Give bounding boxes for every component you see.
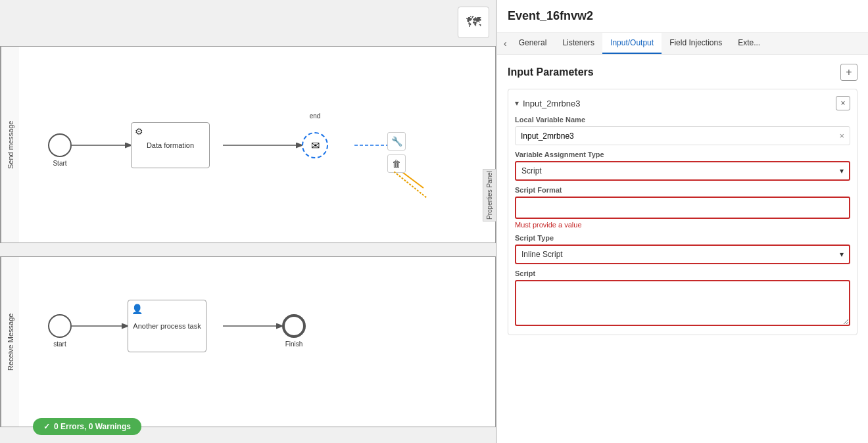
tab-listeners[interactable]: Listeners — [554, 33, 602, 54]
panel-header: Event_16fnvw2 — [497, 0, 868, 33]
panel-title: Event_16fnvw2 — [508, 9, 857, 23]
local-var-name-value: Input_2mrbne3 — [521, 131, 574, 141]
script-type-dropdown-icon: ▾ — [840, 250, 844, 259]
person-task-icon: 👤 — [132, 304, 143, 314]
section-title: Input Parameters — [508, 66, 594, 78]
local-var-clear-icon[interactable]: × — [839, 131, 844, 141]
script-label: Script — [515, 269, 850, 277]
bottom-lane-label: Receive Message — [1, 257, 19, 427]
status-text: 0 Errors, 0 Warnings — [54, 422, 131, 431]
properties-panel-label: Properties Panel — [486, 171, 493, 220]
bottom-lane-content: start 👤 Another process task Finish — [19, 257, 495, 427]
svg-line-4 — [394, 172, 427, 198]
top-lane-content: Start ⚙ Data formation ✉ end 🔧 🗑 — [19, 47, 495, 243]
another-task-label: Another process task — [133, 322, 201, 330]
var-assignment-type-select[interactable]: Script ▾ — [515, 161, 850, 181]
status-check-icon: ✓ — [43, 422, 50, 431]
trash-tool-icon[interactable]: 🗑 — [387, 154, 406, 173]
var-assignment-type-value: Script — [521, 166, 542, 175]
diagonal-connector — [394, 172, 433, 204]
task-label: Data formation — [147, 141, 194, 149]
section-header: Input Parameters + — [508, 64, 857, 81]
end-event-icon: ✉ — [311, 139, 320, 152]
tab-input-output[interactable]: Input/Output — [602, 33, 662, 54]
top-end-event[interactable]: ✉ — [302, 132, 328, 158]
tab-extensions[interactable]: Exte... — [730, 33, 768, 54]
expand-chevron-icon[interactable]: ▾ — [515, 99, 519, 108]
var-assignment-dropdown-icon: ▾ — [840, 166, 844, 175]
task-gear-icon: ⚙ — [135, 126, 143, 137]
input-group: ▾ Input_2mrbne3 × Local Variable Name In… — [508, 89, 857, 335]
script-textarea[interactable] — [515, 280, 850, 326]
map-icon: 🗺 — [466, 14, 481, 31]
script-format-error: Must provide a value — [515, 221, 850, 229]
canvas-area: 🗺 Send message Start — [0, 0, 496, 443]
remove-input-button[interactable]: × — [836, 96, 850, 110]
tab-field-injections[interactable]: Field Injections — [662, 33, 730, 54]
properties-panel-toggle[interactable]: Properties Panel — [483, 169, 496, 222]
script-type-select[interactable]: Inline Script ▾ — [515, 245, 850, 264]
var-assignment-type-label: Variable Assignment Type — [515, 151, 850, 158]
tab-chevron-left[interactable]: ‹ — [500, 33, 511, 54]
status-bar: ✓ 0 Errors, 0 Warnings — [33, 418, 141, 435]
top-start-event[interactable] — [48, 133, 72, 157]
top-lane-label: Send message — [1, 47, 19, 243]
right-panel: Event_16fnvw2 ‹ General Listeners Input/… — [496, 0, 868, 443]
top-lane: Send message Start — [0, 46, 496, 243]
top-end-label: end — [295, 112, 335, 120]
local-var-name-input[interactable]: Input_2mrbne3 × — [515, 126, 850, 145]
input-name-label: Input_2mrbne3 — [523, 99, 580, 108]
map-icon-button[interactable]: 🗺 — [458, 7, 489, 38]
tool-icons-group: 🔧 🗑 — [387, 132, 406, 173]
bottom-end-label: Finish — [277, 340, 311, 348]
tabs-row: ‹ General Listeners Input/Output Field I… — [497, 33, 868, 55]
bottom-end-event[interactable] — [282, 314, 306, 338]
panel-content: Input Parameters + ▾ Input_2mrbne3 × Loc… — [497, 55, 868, 443]
wrench-tool-icon[interactable]: 🔧 — [387, 132, 406, 151]
script-type-value: Inline Script — [521, 250, 563, 259]
bottom-start-label: start — [48, 340, 72, 348]
tab-general[interactable]: General — [511, 33, 555, 54]
input-group-header: ▾ Input_2mrbne3 × — [515, 96, 850, 110]
add-input-button[interactable]: + — [840, 64, 857, 81]
bottom-start-event[interactable] — [48, 314, 72, 338]
top-start-label: Start — [48, 160, 72, 167]
script-format-input[interactable] — [515, 197, 850, 219]
bottom-lane: Receive Message start 👤 Another process … — [0, 256, 496, 427]
script-type-label: Script Type — [515, 234, 850, 242]
data-formation-task[interactable]: ⚙ Data formation — [131, 122, 210, 168]
script-format-label: Script Format — [515, 186, 850, 194]
another-process-task[interactable]: 👤 Another process task — [128, 300, 206, 352]
local-var-name-label: Local Variable Name — [515, 116, 850, 124]
input-group-name: ▾ Input_2mrbne3 — [515, 99, 580, 108]
